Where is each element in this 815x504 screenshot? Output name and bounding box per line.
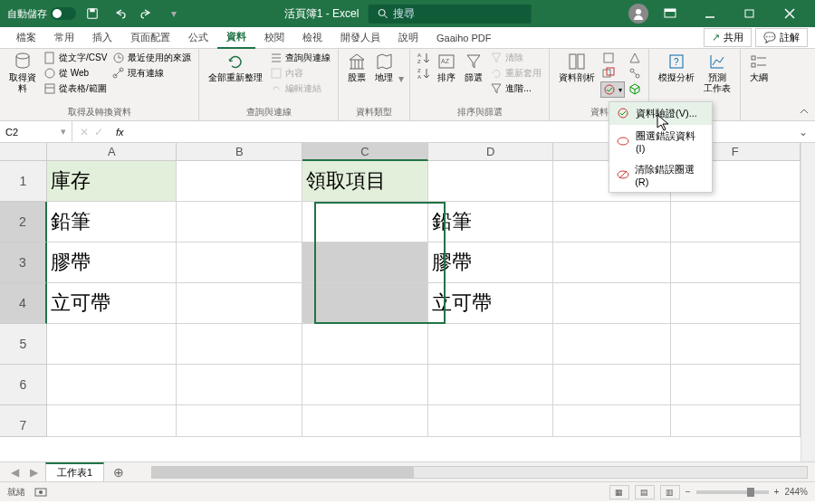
remove-duplicates-button[interactable] xyxy=(600,66,625,81)
save-button[interactable] xyxy=(82,3,103,24)
col-header-C[interactable]: C xyxy=(302,143,428,161)
cell-C5[interactable] xyxy=(302,324,428,365)
cell-A1[interactable]: 庫存 xyxy=(47,161,177,202)
ribbon-display-button[interactable] xyxy=(652,2,688,25)
cell-E4[interactable] xyxy=(553,283,670,324)
geography-button[interactable]: 地理 xyxy=(371,51,397,85)
cell-E2[interactable] xyxy=(553,202,670,242)
fx-button[interactable]: fx xyxy=(110,127,129,138)
redo-button[interactable] xyxy=(136,3,158,24)
outline-button[interactable]: 大綱 xyxy=(746,51,772,85)
add-sheet-button[interactable]: ⊕ xyxy=(108,465,129,480)
minimize-button[interactable] xyxy=(692,2,728,25)
col-header-D[interactable]: D xyxy=(428,143,554,161)
sheet-nav-next[interactable]: ▶ xyxy=(26,466,42,479)
cell-A6[interactable] xyxy=(47,365,177,405)
maximize-button[interactable] xyxy=(732,2,768,25)
horizontal-scrollbar[interactable] xyxy=(151,466,808,479)
cell-A5[interactable] xyxy=(47,324,177,365)
zoom-slider[interactable] xyxy=(696,490,769,494)
whatif-button[interactable]: ?模擬分析 xyxy=(655,51,698,85)
cell-D3[interactable]: 膠帶 xyxy=(428,242,554,283)
tab-file[interactable]: 檔案 xyxy=(7,27,45,48)
data-types-more-icon[interactable]: ▾ xyxy=(398,72,404,85)
row-header-5[interactable]: 5 xyxy=(0,324,47,365)
from-table-range-button[interactable]: 從表格/範圍 xyxy=(42,81,109,96)
col-header-A[interactable]: A xyxy=(47,143,177,161)
cell-F5[interactable] xyxy=(671,324,801,365)
tab-view[interactable]: 檢視 xyxy=(293,27,331,48)
cell-B1[interactable] xyxy=(177,161,302,202)
cell-E6[interactable] xyxy=(553,365,670,405)
tab-insert[interactable]: 插入 xyxy=(83,27,121,48)
text-to-columns-button[interactable]: 資料剖析 xyxy=(555,51,599,85)
cancel-formula-button[interactable]: ✕ xyxy=(80,126,89,138)
tab-gaaiho-pdf[interactable]: Gaaiho PDF xyxy=(427,29,501,47)
cell-D6[interactable] xyxy=(428,365,554,405)
cell-B4[interactable] xyxy=(177,283,302,324)
stocks-button[interactable]: 股票 xyxy=(344,51,369,85)
get-data-button[interactable]: 取得資 料 xyxy=(5,51,40,96)
tab-data[interactable]: 資料 xyxy=(217,26,255,49)
cell-F7[interactable] xyxy=(671,405,801,437)
data-validation-button[interactable]: ▾ xyxy=(600,81,625,98)
tab-help[interactable]: 說明 xyxy=(389,27,427,48)
cell-A7[interactable] xyxy=(47,405,177,437)
refresh-all-button[interactable]: 全部重新整理 xyxy=(205,51,266,85)
normal-view-button[interactable]: ▦ xyxy=(609,485,629,499)
from-text-csv-button[interactable]: 從文字/CSV xyxy=(42,51,109,65)
search-input[interactable]: 搜尋 xyxy=(368,5,531,24)
cell-E7[interactable] xyxy=(553,405,670,437)
cell-D2[interactable]: 鉛筆 xyxy=(428,202,554,242)
cell-B3[interactable] xyxy=(177,242,302,283)
user-avatar[interactable] xyxy=(628,4,648,24)
share-button[interactable]: ↗共用 xyxy=(704,28,752,47)
sheet-nav-prev[interactable]: ◀ xyxy=(7,466,23,479)
consolidate-button[interactable] xyxy=(627,51,643,65)
collapse-ribbon-button[interactable] xyxy=(799,106,810,117)
tab-review[interactable]: 校閱 xyxy=(255,27,293,48)
zoom-in-button[interactable]: + xyxy=(774,487,780,497)
zoom-out-button[interactable]: − xyxy=(686,487,691,497)
row-header-3[interactable]: 3 xyxy=(0,242,47,283)
cell-A3[interactable]: 膠帶 xyxy=(47,242,177,283)
dropdown-clear-circles[interactable]: 清除錯誤圈選(R) xyxy=(609,158,712,192)
name-box[interactable]: C2▾ xyxy=(0,121,72,142)
sort-asc-button[interactable]: AZ xyxy=(416,51,432,65)
close-button[interactable] xyxy=(772,2,808,25)
cell-B7[interactable] xyxy=(177,405,302,437)
page-layout-button[interactable]: ▤ xyxy=(635,485,655,499)
tab-developer[interactable]: 開發人員 xyxy=(331,27,389,48)
forecast-sheet-button[interactable]: 預測 工作表 xyxy=(700,51,734,96)
queries-connections-button[interactable]: 查詢與連線 xyxy=(268,51,332,65)
col-header-B[interactable]: B xyxy=(177,143,302,161)
cell-A2[interactable]: 鉛筆 xyxy=(47,202,177,242)
expand-formula-bar-button[interactable]: ⌄ xyxy=(791,126,815,138)
cell-B6[interactable] xyxy=(177,365,302,405)
cell-D1[interactable] xyxy=(428,161,554,202)
tab-pagelayout[interactable]: 頁面配置 xyxy=(121,27,179,48)
cell-B5[interactable] xyxy=(177,324,302,365)
cell-F4[interactable] xyxy=(671,283,801,324)
cell-F6[interactable] xyxy=(671,365,801,405)
zoom-level[interactable]: 244% xyxy=(784,487,808,497)
enter-formula-button[interactable]: ✓ xyxy=(94,126,103,138)
cell-C1[interactable]: 領取項目 xyxy=(302,161,428,202)
qat-dropdown-icon[interactable]: ▾ xyxy=(163,3,185,24)
select-all-button[interactable] xyxy=(0,143,47,161)
autosave-toggle[interactable]: 自動儲存 xyxy=(7,7,76,21)
cell-C3[interactable] xyxy=(302,242,428,283)
cell-C7[interactable] xyxy=(302,405,428,437)
row-header-1[interactable]: 1 xyxy=(0,161,47,202)
cell-C6[interactable] xyxy=(302,365,428,405)
cell-D5[interactable] xyxy=(428,324,554,365)
cell-D7[interactable] xyxy=(428,405,554,437)
cell-F2[interactable] xyxy=(671,202,801,242)
cell-B2[interactable] xyxy=(177,202,302,242)
sort-button[interactable]: AZ排序 xyxy=(434,51,459,85)
vertical-scrollbar[interactable] xyxy=(801,143,815,461)
filter-button[interactable]: 篩選 xyxy=(461,51,486,85)
flash-fill-button[interactable] xyxy=(600,51,625,65)
row-header-2[interactable]: 2 xyxy=(0,202,47,242)
cell-C4[interactable] xyxy=(302,283,428,324)
